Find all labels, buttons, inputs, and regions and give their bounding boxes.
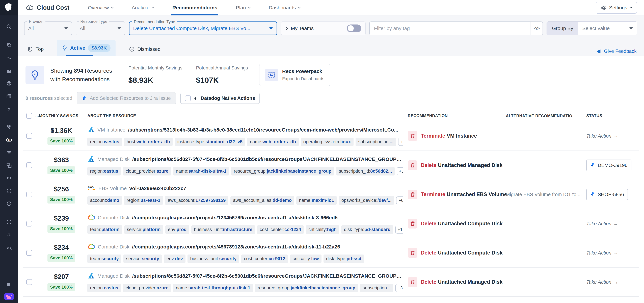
settings-button[interactable]: Settings [596, 2, 637, 14]
take-action-link[interactable]: Take Action→ [586, 250, 618, 256]
user-avatar[interactable] [4, 291, 14, 302]
tag-pill[interactable]: cloud_provider:azure [123, 167, 171, 176]
row-checkbox[interactable] [26, 162, 32, 168]
tag-pill[interactable]: env:prod [165, 225, 189, 234]
tag-pill[interactable]: operating_system:linux [301, 138, 354, 146]
threat-bug-icon[interactable] [4, 216, 14, 227]
col-status[interactable]: STATUS [586, 114, 602, 118]
tag-pill[interactable]: region:westus [88, 138, 122, 146]
search-icon[interactable] [4, 22, 14, 32]
add-to-jira-button[interactable]: Add Selected Resources to Jira Issue [77, 92, 176, 104]
resource-name[interactable]: /subscriptions/5313fc4b-3b83-4b3a-b8e0-3… [128, 127, 398, 133]
col-monthly-savings[interactable]: ...MONTHLY SAVINGS [36, 114, 78, 118]
code-view-toggle[interactable]: </> [530, 22, 542, 35]
service-management-icon[interactable] [4, 198, 14, 209]
row-checkbox[interactable] [26, 250, 32, 256]
tab-top[interactable]: Top [26, 42, 45, 56]
more-tags-badge[interactable]: +3 [397, 167, 403, 175]
tag-pill[interactable]: host:web_orders_db [124, 138, 172, 146]
more-tags-badge[interactable]: +3 [395, 284, 403, 292]
security-shield-icon[interactable] [4, 186, 14, 196]
tag-pill[interactable]: env:dev [164, 254, 186, 263]
tag-pill[interactable]: region:eastus [88, 284, 121, 292]
col-alternative[interactable]: ALTERNATIVE RECOMMENDATIO... [506, 114, 576, 118]
tag-pill[interactable]: opsworks_device:/dev/... [339, 196, 394, 205]
tab-active[interactable]: Active $8.93K [57, 40, 116, 56]
tag-pill[interactable]: name:sarah-test-throughput-disk-1 [173, 284, 253, 292]
jira-ticket-button[interactable]: DEMO-39196 [586, 160, 632, 171]
resource-name[interactable]: /subscriptions/8c56d827-5f07-45ce-8f2b-6… [132, 273, 403, 279]
table-row[interactable]: $1.36KSave 100%VM Instance/subscriptions… [23, 121, 639, 150]
datadog-logo[interactable] [0, 0, 18, 16]
tag-pill[interactable]: aws_account_alias:dd-demo [230, 196, 294, 205]
tag-pill[interactable]: cost_center:cc-1234 [257, 225, 304, 234]
infrastructure-icon[interactable] [4, 122, 14, 132]
tab-dismissed[interactable]: Dismissed [127, 42, 162, 56]
tag-pill[interactable]: name:web_orders_db [247, 138, 299, 146]
tag-pill[interactable]: team:platform [88, 225, 122, 234]
resource-name[interactable]: /subscriptions/8c56d827-5f07-45ce-8f2b-6… [132, 156, 403, 162]
actions-bolt-icon[interactable] [4, 104, 14, 114]
datadog-native-actions-button[interactable]: Datadog Native Actions [180, 93, 260, 104]
my-teams-filter[interactable]: My Teams [281, 22, 366, 35]
nav-recommendations[interactable]: Recommendations [172, 0, 217, 16]
apm-icon[interactable] [4, 78, 14, 89]
tag-pill[interactable]: service:platform [124, 225, 163, 234]
resource-name[interactable]: //compute.googleapis.com/projects/456789… [132, 244, 340, 250]
more-tags-badge[interactable]: +6 [396, 196, 403, 204]
take-action-link[interactable]: Take Action→ [586, 133, 618, 139]
tag-pill[interactable]: region:eastus [88, 167, 121, 176]
tag-pill[interactable]: name:sarah-disk-ultra-1 [173, 167, 229, 176]
group-by-select[interactable]: Select value [578, 22, 637, 35]
resource-type-select[interactable]: Resource Type All [76, 22, 125, 35]
recommendation-type-select[interactable]: Recommendation Type Delete Unattached Co… [129, 22, 277, 35]
tag-filter-input[interactable] [370, 22, 530, 35]
logs-icon[interactable] [4, 147, 14, 158]
take-action-link[interactable]: Take Action→ [586, 221, 618, 226]
resource-name[interactable]: vol-0a26ee624c0b222c7 [129, 186, 186, 191]
table-row[interactable]: $207Save 100%Managed Disk/subscriptions/… [23, 267, 639, 296]
select-all-checkbox[interactable] [26, 113, 32, 118]
nav-dashboards[interactable]: Dashboards [269, 0, 300, 16]
col-recommendation[interactable]: RECOMMENDATION [408, 114, 448, 118]
tag-pill[interactable]: business_unit:security [188, 254, 239, 263]
integrations-puzzle-icon[interactable] [4, 278, 14, 289]
jira-ticket-button[interactable]: SHOP-5856 [586, 189, 628, 200]
tag-pill[interactable]: aws_account:172597598159 [165, 196, 228, 205]
provider-select[interactable]: Provider All [24, 22, 72, 35]
more-tags-badge[interactable]: +2 [398, 138, 403, 146]
group-by-control[interactable]: Group By Select value [546, 22, 637, 35]
row-checkbox[interactable] [26, 279, 32, 285]
nav-plan[interactable]: Plan [236, 0, 250, 16]
monitors-gauge-icon[interactable] [4, 229, 14, 240]
tag-pill[interactable]: cost_center:cc-9012 [241, 254, 288, 263]
tag-pill[interactable]: disk_type:pd-standard [341, 225, 393, 234]
tag-pill[interactable]: account:demo [88, 196, 122, 205]
my-teams-toggle[interactable] [347, 24, 361, 32]
nav-overview[interactable]: Overview [88, 0, 113, 16]
tag-pill[interactable]: team:security [88, 254, 122, 263]
recs-powerpack-card[interactable]: Recs Powerpack Export to Dashboards [259, 64, 330, 86]
resource-name[interactable]: //compute.googleapis.com/projects/123456… [132, 215, 338, 220]
table-row[interactable]: $363Save 100%Managed Disk/subscriptions/… [23, 150, 639, 180]
tag-pill[interactable]: resource_group:jackfinkelbaseinstance_gr… [231, 167, 334, 176]
processes-icon[interactable] [4, 91, 14, 102]
table-row[interactable]: $234Save 100%Compute Disk//compute.googl… [23, 238, 639, 267]
tag-pill[interactable]: subscription_id:... [356, 138, 396, 146]
tag-pill[interactable]: subscription... [360, 284, 394, 292]
tag-pill[interactable]: disk_type:pd-ssd [324, 254, 364, 263]
ci-pipelines-icon[interactable] [4, 173, 14, 184]
row-checkbox[interactable] [26, 221, 32, 226]
nav-analyze[interactable]: Analyze [132, 0, 154, 16]
native-actions-checkbox[interactable] [185, 96, 191, 101]
cloud-cost-icon[interactable]: $ [4, 134, 14, 145]
audit-trail-icon[interactable] [4, 242, 14, 253]
tag-pill[interactable]: name:maxim-io1 [296, 196, 337, 205]
col-about-resource[interactable]: ABOUT THE RESOURCE [88, 114, 136, 118]
metrics-icon[interactable] [4, 65, 14, 76]
more-tags-badge[interactable]: +1 [395, 226, 403, 234]
history-icon[interactable] [4, 40, 14, 50]
tag-pill[interactable]: region:us-east-1 [124, 196, 163, 205]
row-checkbox[interactable] [26, 133, 32, 139]
tag-pill[interactable]: criticality:low [290, 254, 322, 263]
